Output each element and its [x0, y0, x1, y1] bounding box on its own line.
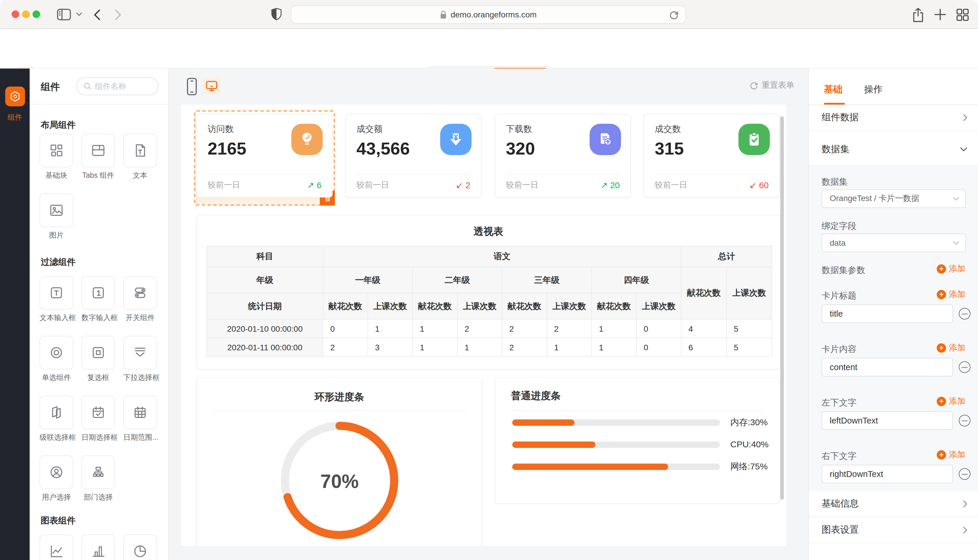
component-tile-pie-chart[interactable] — [123, 535, 157, 560]
share-icon[interactable] — [912, 8, 925, 23]
tab-overview-icon[interactable] — [956, 8, 969, 22]
select-icon — [132, 345, 148, 360]
browser-chrome: demo.orangeforms.com — [0, 0, 978, 29]
component-tile-tabs[interactable]: Tabs 组件 — [81, 133, 115, 181]
stat-card-revenue[interactable]: 成交额 43,566 较前一日 ↙ 2 — [345, 114, 481, 198]
chevron-right-icon — [963, 500, 968, 507]
stat-card-visits[interactable]: 访问数 2165 较前一日 ↗ 6 — [197, 114, 333, 198]
switch-icon — [132, 285, 148, 300]
yen-download-icon — [440, 124, 471, 155]
add-left-down-text-button[interactable]: + 添加 — [937, 396, 965, 407]
component-tile-dept-select[interactable]: 部门选择 — [81, 455, 115, 502]
ring-title: 环形进度条 — [197, 390, 481, 404]
left-down-text-field[interactable]: leftDownText — [822, 411, 953, 430]
trend-up-arrow: ↗ — [307, 180, 314, 190]
text-input-icon — [49, 285, 64, 300]
canvas-scrollbar[interactable] — [780, 116, 784, 500]
new-tab-icon[interactable] — [934, 8, 946, 21]
add-card-title-button[interactable]: + 添加 — [937, 289, 965, 300]
line-chart-icon — [49, 544, 64, 559]
back-button[interactable] — [94, 9, 100, 20]
plus-circle-icon: + — [937, 290, 946, 299]
add-card-content-button[interactable]: + 添加 — [937, 343, 965, 353]
component-tile-cascader[interactable]: 级联选择框 — [40, 396, 73, 443]
chevron-right-icon — [963, 113, 968, 121]
card-content-field[interactable]: content — [822, 358, 953, 377]
mobile-preview-button[interactable] — [186, 77, 198, 96]
stat-card-deals[interactable]: 成交数 315 较前一日 ↙ 60 — [644, 114, 780, 198]
reset-form-button[interactable]: 重置表单 — [749, 80, 794, 91]
chevron-right-icon — [963, 526, 968, 533]
card-title-field[interactable]: title — [822, 304, 953, 323]
radio-icon — [49, 345, 64, 360]
stat-card-downloads[interactable]: 下载数 320 较前一日 ↗ 20 — [495, 114, 631, 198]
table-row: 2020-01-11 00:00:00 2 3 1 1 2 1 1 0 6 5 — [207, 338, 772, 357]
form-canvas-page[interactable]: 访问数 2165 较前一日 ↗ 6 成交额 43,566 — [181, 105, 786, 546]
dataset-group-row[interactable]: 数据集 — [809, 133, 978, 165]
ring-percent-label: 70% — [276, 470, 403, 493]
tab-basic[interactable]: 基础 — [824, 83, 843, 96]
chevron-down-icon — [960, 147, 968, 152]
close-window-button[interactable] — [12, 10, 19, 18]
add-right-down-text-button[interactable]: + 添加 — [937, 450, 965, 460]
component-tile-user-select[interactable]: 用户选择 — [40, 455, 73, 502]
chart-settings-row[interactable]: 图表设置 — [809, 517, 978, 543]
tab-actions[interactable]: 操作 — [864, 83, 883, 96]
date-picker-icon — [91, 405, 106, 420]
components-rail-button[interactable] — [5, 87, 25, 106]
forward-button[interactable] — [115, 9, 122, 20]
chevron-down-icon[interactable] — [76, 12, 82, 16]
pivot-table-card[interactable]: 透视表 科目 语文 总计 年级 一年级 二年级 三年级 四年级 献花次数 — [197, 215, 780, 370]
zoom-window-button[interactable] — [33, 10, 40, 18]
component-tile-bar-chart[interactable] — [81, 535, 115, 560]
remove-field-button[interactable] — [959, 308, 970, 320]
activity-rail: 组件 — [0, 68, 30, 560]
bar-chart-icon — [91, 544, 106, 559]
minimize-window-button[interactable] — [22, 10, 30, 18]
component-tile-select[interactable]: 下拉选择框 — [123, 336, 157, 383]
number-input-icon — [91, 285, 106, 300]
address-bar[interactable]: demo.orangeforms.com — [291, 5, 686, 24]
add-dataset-param-button[interactable]: + 添加 — [937, 264, 965, 274]
component-tile-text[interactable]: 文本 — [123, 133, 157, 181]
basic-info-row[interactable]: 基础信息 — [809, 491, 978, 517]
bar-progress-card[interactable]: 普通进度条 内存:30% CPU:40% 网络:75% — [495, 377, 780, 503]
remove-field-button[interactable] — [959, 361, 970, 373]
component-tile-checkbox[interactable]: 复选框 — [81, 336, 115, 383]
section-title-filter: 过滤组件 — [41, 257, 75, 268]
component-tile-date-picker[interactable]: 日期选择框 — [81, 396, 115, 443]
component-tile-image[interactable]: 图片 — [40, 193, 73, 240]
component-tile-basic-block[interactable]: 基础块 — [40, 133, 73, 181]
bind-field-select[interactable]: data — [822, 233, 966, 252]
component-tile-radio[interactable]: 单选组件 — [40, 336, 73, 383]
ring-progress-card[interactable]: 环形进度条 70% — [197, 377, 482, 546]
sidebar-toggle-icon[interactable] — [57, 9, 71, 20]
right-down-text-field[interactable]: rightDownText — [822, 465, 953, 483]
remove-field-button[interactable] — [959, 415, 970, 427]
privacy-shield-icon[interactable] — [271, 8, 282, 22]
section-title-chart: 图表组件 — [41, 515, 75, 526]
design-canvas-area: 重置表单 访问数 2165 较前一日 ↗ 6 — [169, 68, 808, 560]
plus-circle-icon: + — [937, 397, 946, 406]
layout-components-grid: 基础块 Tabs 组件 文本 图片 — [40, 133, 157, 240]
table-row: 2020-01-10 00:00:00 0 1 1 2 2 2 1 0 4 5 — [207, 319, 772, 338]
components-panel-header: 组件 组件名称 — [30, 68, 168, 105]
reload-icon[interactable] — [669, 10, 679, 20]
app-header: 橙单统计表单 基础信息 表单设计 保存 返回 — [0, 29, 978, 68]
remove-field-button[interactable] — [959, 468, 970, 480]
desktop-preview-button[interactable] — [203, 77, 221, 95]
component-tile-line-chart[interactable] — [40, 535, 73, 560]
plus-circle-icon: + — [937, 343, 946, 353]
app-window: demo.orangeforms.com 橙单统计表单 基础信息 — [0, 0, 978, 560]
component-tile-number-input[interactable]: 数字输入框 — [81, 276, 115, 323]
tabs-icon — [91, 143, 106, 158]
dataset-settings-group: 数据集 OrangeTest / 卡片一数据 绑定字段 data 数据集参数 +… — [809, 165, 978, 491]
components-panel: 组件 组件名称 布局组件 基础块 Tabs 组件 文本 图片 — [30, 68, 169, 560]
component-tile-date-range[interactable]: 日期范围... — [123, 396, 157, 443]
component-tile-text-input[interactable]: 文本输入框 — [40, 276, 73, 323]
dataset-select[interactable]: OrangeTest / 卡片一数据 — [822, 189, 966, 208]
component-tile-switch[interactable]: 开关组件 — [123, 276, 157, 323]
component-search-input[interactable]: 组件名称 — [76, 77, 159, 95]
progress-bar-memory — [512, 419, 720, 426]
component-data-row[interactable]: 组件数据 — [809, 105, 978, 131]
